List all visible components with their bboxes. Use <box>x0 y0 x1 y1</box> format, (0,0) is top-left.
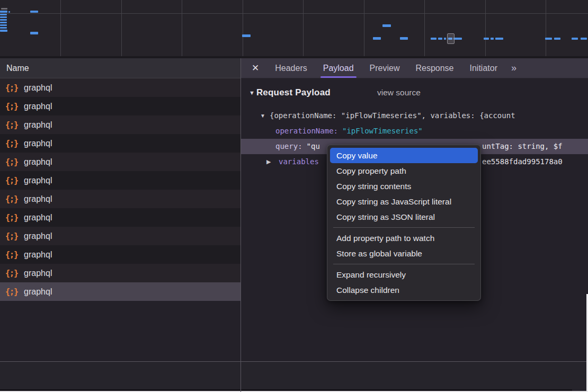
json-braces-icon: {;} <box>5 269 18 278</box>
request-name: graphql <box>24 250 52 260</box>
detail-tabbar: ✕ Headers Payload Preview Response Initi… <box>241 58 588 78</box>
request-payload-section: ▼ Request Payload view source <box>241 85 588 100</box>
timeline-request-bar <box>0 14 7 15</box>
timeline-request-bar <box>30 11 38 13</box>
json-braces-icon: {;} <box>5 139 18 148</box>
json-braces-icon: {;} <box>5 102 18 111</box>
property-key: variables <box>279 157 319 166</box>
timeline-request-bar <box>400 37 408 40</box>
menu-item-store-as-global-variable[interactable]: Store as global variable <box>330 246 478 261</box>
json-braces-icon: {;} <box>5 176 18 185</box>
menu-item-collapse-children[interactable]: Collapse children <box>330 282 478 298</box>
payload-root-row[interactable]: ▼{operationName: "ipFlowTimeseries", var… <box>241 108 588 123</box>
timeline-request-bar <box>0 30 7 32</box>
menu-item-copy-string-json-literal[interactable]: Copy string as JSON literal <box>330 209 478 225</box>
query-value-continuation: untTag: string, $f <box>482 139 563 154</box>
timeline-request-bar <box>0 27 7 29</box>
name-column-label: Name <box>6 64 29 73</box>
menu-item-copy-string-js-literal[interactable]: Copy string as JavaScript literal <box>330 194 478 209</box>
footer-bar <box>0 362 588 389</box>
close-icon[interactable]: ✕ <box>252 63 259 74</box>
timeline-gridline <box>303 0 304 56</box>
request-row[interactable]: {;}graphql <box>0 190 240 208</box>
timeline-gridline <box>121 0 122 56</box>
timeline-request-bar <box>242 34 251 37</box>
payload-root-preview: {operationName: "ipFlowTimeseries", vari… <box>270 111 515 120</box>
collapse-triangle-icon[interactable]: ▼ <box>260 108 265 123</box>
menu-item-copy-string-contents[interactable]: Copy string contents <box>330 179 478 194</box>
timeline-request-bar <box>572 38 578 40</box>
operation-name-row[interactable]: operationName:"ipFlowTimeseries" <box>241 123 588 139</box>
timeline-request-bar <box>438 38 442 40</box>
json-braces-icon: {;} <box>5 83 18 93</box>
request-row[interactable]: {;}graphql <box>0 208 240 227</box>
expand-triangle-icon[interactable]: ▶ <box>266 154 271 170</box>
tab-headers[interactable]: Headers <box>275 58 307 78</box>
request-row[interactable]: {;}graphql <box>0 115 240 134</box>
json-braces-icon: {;} <box>5 287 18 297</box>
timeline-gridline <box>546 0 546 56</box>
timeline-request-bar <box>0 22 7 23</box>
menu-item-expand-recursively[interactable]: Expand recursively <box>330 267 478 282</box>
tab-payload[interactable]: Payload <box>323 58 354 78</box>
json-braces-icon: {;} <box>5 213 18 222</box>
timeline-request-bar <box>545 38 552 40</box>
timeline-request-bar <box>0 11 7 13</box>
network-overview-timeline[interactable] <box>0 0 588 58</box>
property-value: "qu <box>307 142 320 150</box>
timeline-gridline <box>364 0 364 56</box>
request-name: graphql <box>24 83 52 93</box>
menu-item-copy-property-path[interactable]: Copy property path <box>330 163 478 179</box>
request-row[interactable]: {;}graphql <box>0 171 240 190</box>
request-name: graphql <box>24 102 52 111</box>
panel-divider[interactable] <box>240 58 241 392</box>
collapse-triangle-icon[interactable]: ▼ <box>249 90 255 96</box>
section-title: Request Payload <box>256 87 331 98</box>
name-column-header[interactable]: Name <box>0 58 240 78</box>
request-list: {;}graphql {;}graphql {;}graphql {;}grap… <box>0 78 240 301</box>
tab-preview[interactable]: Preview <box>370 58 400 78</box>
tab-initiator[interactable]: Initiator <box>470 58 497 78</box>
request-row[interactable]: {;}graphql <box>0 282 240 301</box>
timeline-request-bar <box>373 37 381 40</box>
timeline-gridline <box>424 0 425 56</box>
timeline-bar-gray <box>1 8 7 10</box>
request-name: graphql <box>24 157 52 167</box>
requests-panel: Name {;}graphql {;}graphql {;}graphql {;… <box>0 58 240 361</box>
request-row[interactable]: {;}graphql <box>0 134 240 153</box>
timeline-request-bar <box>0 19 7 21</box>
timeline-request-bar <box>431 38 436 40</box>
variables-preview-continuation: ee5588fdad995178a0 <box>482 154 563 170</box>
timeline-request-bar <box>554 38 560 40</box>
request-row[interactable]: {;}graphql <box>0 78 240 97</box>
timeline-request-bar <box>495 38 503 40</box>
request-name: graphql <box>24 269 52 278</box>
request-name: graphql <box>24 176 52 185</box>
tab-response[interactable]: Response <box>415 58 453 78</box>
json-braces-icon: {;} <box>5 194 18 204</box>
request-name: graphql <box>24 120 52 130</box>
timeline-request-bar <box>491 38 494 40</box>
request-row[interactable]: {;}graphql <box>0 245 240 264</box>
menu-item-copy-value[interactable]: Copy value <box>330 148 478 163</box>
menu-separator <box>333 227 475 228</box>
json-braces-icon: {;} <box>5 231 18 241</box>
timeline-gridline <box>485 0 486 56</box>
request-row[interactable]: {;}graphql <box>0 97 240 115</box>
json-braces-icon: {;} <box>5 157 18 167</box>
request-row[interactable]: {;}graphql <box>0 264 240 282</box>
property-value: "ipFlowTimeseries" <box>342 127 423 135</box>
timeline-request-bar <box>30 32 38 34</box>
timeline-request-bar <box>581 38 587 40</box>
view-source-link[interactable]: view source <box>377 88 421 97</box>
menu-separator <box>333 264 475 264</box>
request-row[interactable]: {;}graphql <box>0 227 240 245</box>
menu-item-add-property-path-to-watch[interactable]: Add property path to watch <box>330 230 478 246</box>
json-braces-icon: {;} <box>5 250 18 260</box>
request-row[interactable]: {;}graphql <box>0 153 240 171</box>
timeline-gridline <box>60 0 61 56</box>
timeline-selection-marker <box>447 33 455 44</box>
devtools-network-window: Name {;}graphql {;}graphql {;}graphql {;… <box>0 0 588 392</box>
more-tabs-icon[interactable]: » <box>511 63 516 74</box>
request-name: graphql <box>24 231 52 241</box>
